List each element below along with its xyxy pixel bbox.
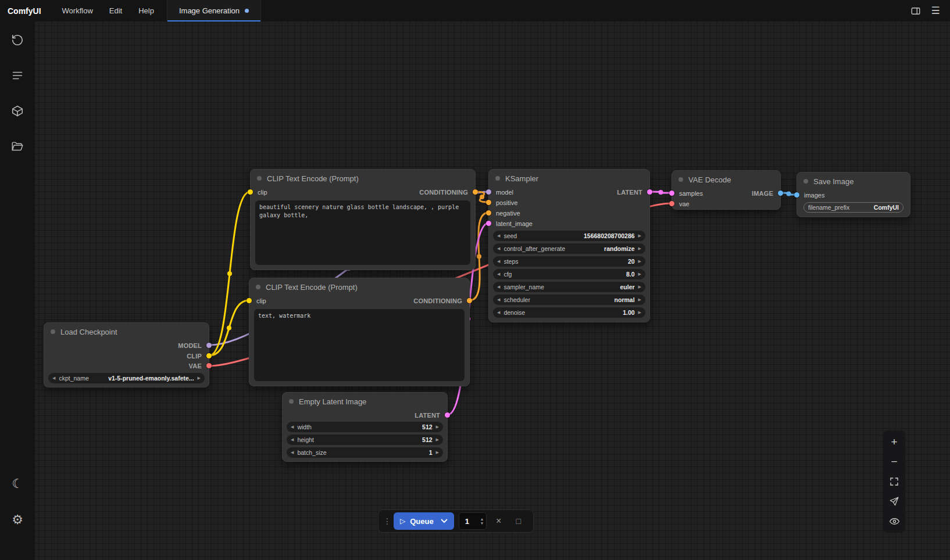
- output-port-CONDITIONING[interactable]: [473, 189, 478, 195]
- decrement-arrow-icon[interactable]: ◀: [291, 450, 294, 455]
- prompt-textarea[interactable]: beautiful scenery nature glass bottle la…: [255, 200, 470, 265]
- widget-name: scheduler: [503, 296, 610, 303]
- output-port-LATENT[interactable]: [445, 412, 450, 418]
- widget-name: sampler_name: [503, 283, 616, 290]
- node-library-button[interactable]: [6, 64, 29, 87]
- output-port-CONDITIONING[interactable]: [467, 298, 472, 303]
- interrupt-button[interactable]: ×: [491, 516, 506, 526]
- pan-mode-button[interactable]: [884, 492, 904, 511]
- theme-toggle-button[interactable]: ☾: [6, 472, 29, 496]
- increment-arrow-icon[interactable]: ▶: [198, 376, 201, 380]
- input-port-clip[interactable]: [248, 189, 253, 195]
- zoom-in-button[interactable]: +: [884, 433, 904, 451]
- input-port-latent_image[interactable]: [486, 221, 491, 226]
- step-down-icon[interactable]: ▾: [481, 521, 483, 525]
- menu-help[interactable]: Help: [130, 6, 162, 15]
- input-port-negative[interactable]: [486, 210, 491, 216]
- decrement-arrow-icon[interactable]: ◀: [497, 272, 500, 277]
- increment-arrow-icon[interactable]: ▶: [436, 450, 439, 455]
- input-port-vae[interactable]: [669, 201, 674, 206]
- fit-view-button[interactable]: [884, 472, 904, 491]
- increment-arrow-icon[interactable]: ▶: [638, 246, 641, 251]
- increment-arrow-icon[interactable]: ▶: [638, 272, 641, 277]
- settings-button[interactable]: ⚙: [6, 508, 29, 532]
- stop-button[interactable]: □: [511, 516, 526, 526]
- queue-button-label: Queue: [410, 517, 433, 526]
- decrement-arrow-icon[interactable]: ◀: [497, 297, 500, 302]
- output-port-IMAGE[interactable]: [778, 191, 783, 196]
- widget-batch_size[interactable]: ◀batch_size1▶: [287, 447, 443, 458]
- output-port-VAE[interactable]: [206, 363, 212, 368]
- menu-edit[interactable]: Edit: [101, 6, 130, 15]
- widget-scheduler[interactable]: ◀schedulernormal▶: [493, 295, 645, 305]
- input-port-clip[interactable]: [247, 298, 252, 303]
- node-clip-text-encode-positive[interactable]: CLIP Text Encode (Prompt) clipCONDITIONI…: [250, 169, 476, 270]
- decrement-arrow-icon[interactable]: ◀: [291, 437, 294, 442]
- widget-sampler_name[interactable]: ◀sampler_nameeuler▶: [493, 282, 645, 292]
- input-label: positive: [489, 199, 517, 206]
- decrement-arrow-icon[interactable]: ◀: [497, 310, 500, 315]
- node-clip-text-encode-negative[interactable]: CLIP Text Encode (Prompt) clipCONDITIONI…: [249, 278, 470, 386]
- decrement-arrow-icon[interactable]: ◀: [497, 285, 500, 289]
- widget-name: control_after_generate: [503, 245, 601, 252]
- decrement-arrow-icon[interactable]: ◀: [52, 376, 55, 380]
- panel-right-icon: [910, 6, 921, 16]
- node-save-image[interactable]: Save Image imagesfilename_prefixComfyUI: [797, 172, 910, 217]
- node-title-label: Empty Latent Image: [299, 397, 366, 406]
- increment-arrow-icon[interactable]: ▶: [638, 297, 641, 302]
- node-empty-latent-image[interactable]: Empty Latent ImageLATENT ◀width512▶◀heig…: [282, 392, 448, 462]
- widget-cfg[interactable]: ◀cfg8.0▶: [493, 269, 645, 279]
- input-port-positive[interactable]: [486, 200, 491, 205]
- increment-arrow-icon[interactable]: ▶: [638, 234, 641, 238]
- increment-arrow-icon[interactable]: ▶: [638, 259, 641, 264]
- widget-width[interactable]: ◀width512▶: [287, 422, 443, 432]
- prompt-textarea[interactable]: text, watermark: [254, 309, 465, 381]
- node-ksampler[interactable]: KSampler modelLATENT positive negative l…: [488, 169, 650, 322]
- main-menu-button[interactable]: ☰: [927, 3, 944, 19]
- input-port-samples[interactable]: [669, 191, 674, 196]
- zoom-out-button[interactable]: −: [884, 453, 904, 471]
- input-label: samples: [672, 190, 703, 197]
- decrement-arrow-icon[interactable]: ◀: [497, 246, 500, 251]
- widget-denoise[interactable]: ◀denoise1.00▶: [493, 307, 645, 318]
- increment-arrow-icon[interactable]: ▶: [638, 310, 641, 315]
- step-up-icon[interactable]: ▴: [481, 517, 483, 521]
- tab-image-generation[interactable]: Image Generation: [167, 0, 261, 21]
- output-port-CLIP[interactable]: [206, 353, 212, 358]
- node-canvas[interactable]: Load CheckpointMODEL CLIP VAE ◀ckpt_name…: [0, 0, 950, 560]
- batch-count-input[interactable]: 1 ▴ ▾: [459, 512, 487, 530]
- model-library-button[interactable]: [6, 99, 29, 123]
- widget-filename_prefix[interactable]: filename_prefixComfyUI: [803, 202, 903, 213]
- output-port-MODEL[interactable]: [206, 343, 212, 348]
- decrement-arrow-icon[interactable]: ◀: [497, 259, 500, 264]
- decrement-arrow-icon[interactable]: ◀: [291, 425, 294, 429]
- output-label: LATENT: [617, 189, 649, 196]
- decrement-arrow-icon[interactable]: ◀: [497, 234, 500, 238]
- widget-height[interactable]: ◀height512▶: [287, 435, 443, 445]
- queue-button[interactable]: ▷ Queue: [394, 512, 454, 530]
- increment-arrow-icon[interactable]: ▶: [436, 425, 439, 429]
- input-port-model[interactable]: [486, 189, 491, 195]
- gear-icon: ⚙: [12, 514, 23, 526]
- queue-history-button[interactable]: [6, 28, 29, 52]
- queue-control-bar: ⋮ ▷ Queue 1 ▴ ▾ × □: [378, 509, 534, 533]
- input-port-images[interactable]: [794, 192, 799, 198]
- widget-steps[interactable]: ◀steps20▶: [493, 256, 645, 267]
- drag-handle-icon[interactable]: ⋮: [383, 516, 389, 526]
- node-title: Load Checkpoint: [44, 323, 209, 340]
- widget-seed[interactable]: ◀seed156680208700286▶: [493, 231, 645, 241]
- node-load-checkpoint[interactable]: Load CheckpointMODEL CLIP VAE ◀ckpt_name…: [44, 322, 209, 387]
- node-vae-decode[interactable]: VAE Decode samplesIMAGE vae: [672, 170, 781, 210]
- output-port-LATENT[interactable]: [647, 189, 652, 195]
- menu-workflow[interactable]: Workflow: [54, 6, 101, 15]
- increment-arrow-icon[interactable]: ▶: [436, 437, 439, 442]
- close-icon: ×: [496, 516, 501, 526]
- workflows-button[interactable]: [6, 135, 29, 158]
- link-visibility-button[interactable]: [884, 512, 904, 530]
- panel-toggle-button[interactable]: [907, 3, 924, 19]
- node-status-dot: [51, 329, 55, 334]
- widget-ckpt_name[interactable]: ◀ckpt_namev1-5-pruned-emaonly.safete...▶: [48, 373, 205, 383]
- widget-control_after_generate[interactable]: ◀control_after_generaterandomize▶: [493, 243, 645, 254]
- node-title: VAE Decode: [672, 171, 780, 188]
- increment-arrow-icon[interactable]: ▶: [638, 285, 641, 289]
